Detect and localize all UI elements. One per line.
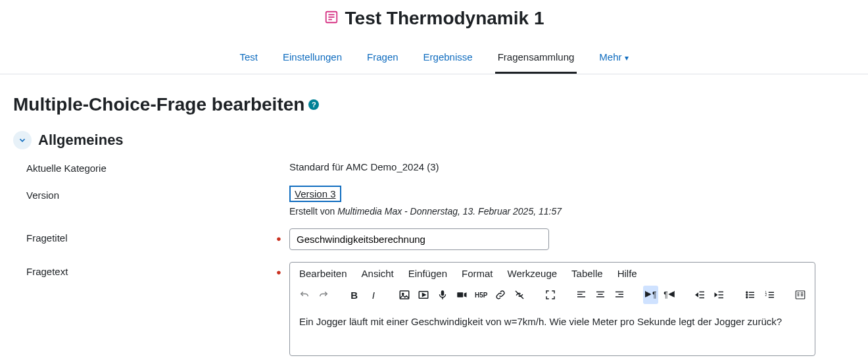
label-version: Version (13, 186, 276, 201)
svg-point-31 (746, 294, 748, 296)
align-left-icon[interactable] (573, 286, 589, 304)
svg-marker-29 (715, 294, 717, 297)
svg-point-32 (746, 297, 748, 298)
video-icon[interactable] (454, 286, 470, 304)
question-title-input[interactable] (289, 228, 549, 250)
required-icon: ● (276, 228, 289, 244)
fullscreen-icon[interactable] (542, 286, 558, 304)
richtext-editor: Bearbeiten Ansicht Einfügen Format Werkz… (289, 262, 815, 356)
menu-help[interactable]: Hilfe (617, 268, 637, 279)
activity-title: Test Thermodynamik 1 (345, 8, 544, 29)
chevron-down-icon: ▾ (625, 53, 629, 63)
align-center-icon[interactable] (592, 286, 608, 304)
redo-icon[interactable] (316, 286, 331, 304)
svg-text:2: 2 (765, 294, 767, 297)
page-heading: Multiple-Choice-Frage bearbeiten ? (13, 94, 855, 115)
tab-more[interactable]: Mehr▾ (596, 45, 631, 74)
media-icon[interactable] (416, 286, 431, 304)
editor-menubar: Bearbeiten Ansicht Einfügen Format Werkz… (290, 263, 815, 283)
italic-icon[interactable]: I (366, 286, 381, 304)
label-text: Fragetext (13, 262, 276, 277)
value-category: Standard für AMC Demo_2024 (3) (289, 159, 855, 172)
section-title-general: Allgemeines (38, 132, 124, 149)
tab-results[interactable]: Ergebnisse (421, 45, 475, 74)
required-icon: ● (276, 262, 289, 277)
help-icon[interactable]: ? (308, 99, 319, 110)
svg-rect-41 (796, 291, 806, 299)
menu-tools[interactable]: Werkzeuge (508, 268, 558, 279)
tab-questionbank[interactable]: Fragensammlung (495, 45, 577, 74)
tab-settings[interactable]: Einstellungen (280, 45, 345, 74)
h5p-icon[interactable]: H5P (473, 286, 489, 304)
created-prefix: Erstellt von (289, 206, 337, 217)
bullet-list-icon[interactable] (743, 286, 758, 304)
link-icon[interactable] (493, 286, 508, 304)
tab-questions[interactable]: Fragen (364, 45, 401, 74)
microphone-icon[interactable] (435, 286, 450, 304)
bold-icon[interactable]: B (347, 286, 362, 304)
outdent-icon[interactable] (693, 286, 708, 304)
page-title-row: Test Thermodynamik 1 (0, 8, 868, 29)
section-toggle-general[interactable] (13, 131, 32, 149)
editor-body[interactable]: Ein Jogger läuft mit einer Geschwindigke… (290, 309, 815, 355)
svg-point-30 (746, 292, 748, 293)
menu-table[interactable]: Tabelle (571, 268, 603, 279)
menu-edit[interactable]: Bearbeiten (299, 268, 347, 279)
secondary-nav: Test Einstellungen Fragen Ergebnisse Fra… (0, 45, 868, 74)
svg-marker-11 (464, 292, 467, 297)
svg-rect-8 (441, 290, 445, 296)
editor-toolbar: B I H5P ⯈¶ (290, 283, 815, 309)
undo-icon[interactable] (297, 286, 312, 304)
page-heading-text: Multiple-Choice-Frage bearbeiten (13, 94, 304, 115)
align-right-icon[interactable] (612, 286, 627, 304)
menu-insert[interactable]: Einfügen (408, 268, 447, 279)
label-title: Fragetitel (13, 228, 276, 244)
indent-icon[interactable] (712, 286, 727, 304)
ltr-icon[interactable]: ⯈¶ (643, 286, 658, 304)
svg-point-5 (402, 293, 403, 294)
unlink-icon[interactable] (512, 286, 527, 304)
numbered-list-icon[interactable]: 12 (762, 286, 777, 304)
tab-more-label: Mehr (599, 51, 621, 63)
quiz-icon (324, 8, 339, 29)
rtl-icon[interactable]: ¶⯇ (662, 286, 677, 304)
menu-format[interactable]: Format (462, 268, 493, 279)
version-link[interactable]: Version 3 (289, 186, 341, 202)
svg-rect-10 (458, 292, 464, 297)
created-meta: Erstellt von Multimedia Max - Donnerstag… (289, 206, 855, 217)
label-category: Aktuelle Kategorie (13, 159, 276, 174)
created-by: Multimedia Max - Donnerstag, 13. Februar… (337, 206, 562, 217)
menu-view[interactable]: Ansicht (362, 268, 394, 279)
svg-marker-25 (696, 294, 698, 297)
svg-marker-7 (423, 294, 426, 297)
image-icon[interactable] (397, 286, 412, 304)
tab-test[interactable]: Test (237, 45, 260, 74)
equation-icon[interactable] (793, 286, 808, 304)
